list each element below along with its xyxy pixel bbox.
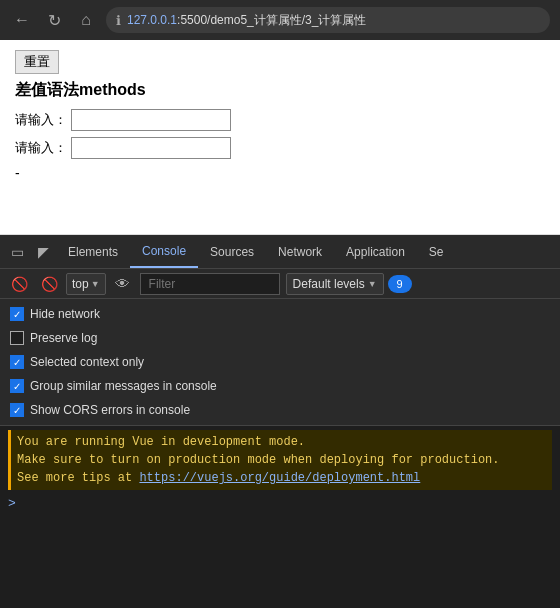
- devtools-dock-icon[interactable]: ▭: [4, 239, 30, 265]
- selected-context-checkbox[interactable]: [10, 355, 24, 369]
- form-label-2: 请输入：: [15, 139, 67, 157]
- console-output[interactable]: You are running Vue in development mode.…: [0, 426, 560, 608]
- tab-application[interactable]: Application: [334, 235, 417, 268]
- hide-network-label: Hide network: [30, 307, 100, 321]
- top-context-select[interactable]: top ▼: [66, 273, 106, 295]
- back-button[interactable]: ←: [10, 8, 34, 32]
- warning-line2: Make sure to turn on production mode whe…: [17, 451, 546, 469]
- devtools-tabs: ▭ ◤ Elements Console Sources Network App…: [0, 235, 560, 269]
- address-port: :5500: [177, 13, 207, 27]
- levels-label: Default levels: [293, 277, 365, 291]
- minus-sign: -: [15, 165, 545, 181]
- block-icon[interactable]: 🚫: [36, 271, 62, 297]
- info-icon: ℹ: [116, 13, 121, 28]
- levels-select[interactable]: Default levels ▼: [286, 273, 384, 295]
- address-text: 127.0.0.1:5500/demo5_计算属性/3_计算属性: [127, 12, 366, 29]
- tab-network[interactable]: Network: [266, 235, 334, 268]
- option-preserve-log[interactable]: Preserve log: [10, 327, 550, 349]
- tab-sources[interactable]: Sources: [198, 235, 266, 268]
- deployment-link[interactable]: https://vuejs.org/guide/deployment.html: [139, 471, 420, 485]
- tab-elements[interactable]: Elements: [56, 235, 130, 268]
- option-group-similar[interactable]: Group similar messages in console: [10, 375, 550, 397]
- browser-chrome: ← ↻ ⌂ ℹ 127.0.0.1:5500/demo5_计算属性/3_计算属性: [0, 0, 560, 40]
- address-host: 127.0.0.1: [127, 13, 177, 27]
- form-row-1: 请输入：: [15, 109, 545, 131]
- devtools-toolbar: 🚫 🚫 top ▼ 👁 Default levels ▼ 9: [0, 269, 560, 299]
- page-content: 重置 差值语法methods 请输入： 请输入： -: [0, 40, 560, 235]
- home-button[interactable]: ⌂: [74, 8, 98, 32]
- form-input-1[interactable]: [71, 109, 231, 131]
- reload-button[interactable]: ↻: [42, 8, 66, 32]
- form-input-2[interactable]: [71, 137, 231, 159]
- option-hide-network[interactable]: Hide network: [10, 303, 550, 325]
- reset-button[interactable]: 重置: [15, 50, 59, 74]
- warning-line1: You are running Vue in development mode.: [17, 433, 546, 451]
- tab-more[interactable]: Se: [417, 235, 456, 268]
- console-badge: 9: [388, 275, 412, 293]
- console-prompt[interactable]: >: [8, 494, 552, 513]
- chevron-down-icon: ▼: [91, 279, 100, 289]
- console-options: Hide network Preserve log Selected conte…: [0, 299, 560, 426]
- preserve-log-label: Preserve log: [30, 331, 97, 345]
- tab-console[interactable]: Console: [130, 235, 198, 268]
- address-path: /demo5_计算属性/3_计算属性: [207, 13, 366, 27]
- eye-icon[interactable]: 👁: [110, 271, 136, 297]
- option-cors-errors[interactable]: Show CORS errors in console: [10, 399, 550, 421]
- levels-chevron-icon: ▼: [368, 279, 377, 289]
- top-label: top: [72, 277, 89, 291]
- prompt-arrow-icon: >: [8, 496, 16, 511]
- console-warning: You are running Vue in development mode.…: [8, 430, 552, 490]
- hide-network-checkbox[interactable]: [10, 307, 24, 321]
- selected-context-label: Selected context only: [30, 355, 144, 369]
- filter-input[interactable]: [140, 273, 280, 295]
- cors-errors-label: Show CORS errors in console: [30, 403, 190, 417]
- group-similar-checkbox[interactable]: [10, 379, 24, 393]
- warning-line3-prefix: See more tips at: [17, 471, 139, 485]
- clear-console-icon[interactable]: 🚫: [6, 271, 32, 297]
- group-similar-label: Group similar messages in console: [30, 379, 217, 393]
- page-title: 差值语法methods: [15, 80, 545, 101]
- devtools-undock-icon[interactable]: ◤: [30, 239, 56, 265]
- form-label-1: 请输入：: [15, 111, 67, 129]
- form-row-2: 请输入：: [15, 137, 545, 159]
- devtools-panel: ▭ ◤ Elements Console Sources Network App…: [0, 235, 560, 608]
- preserve-log-checkbox[interactable]: [10, 331, 24, 345]
- cors-errors-checkbox[interactable]: [10, 403, 24, 417]
- address-bar[interactable]: ℹ 127.0.0.1:5500/demo5_计算属性/3_计算属性: [106, 7, 550, 33]
- warning-line3: See more tips at https://vuejs.org/guide…: [17, 469, 546, 487]
- option-selected-context[interactable]: Selected context only: [10, 351, 550, 373]
